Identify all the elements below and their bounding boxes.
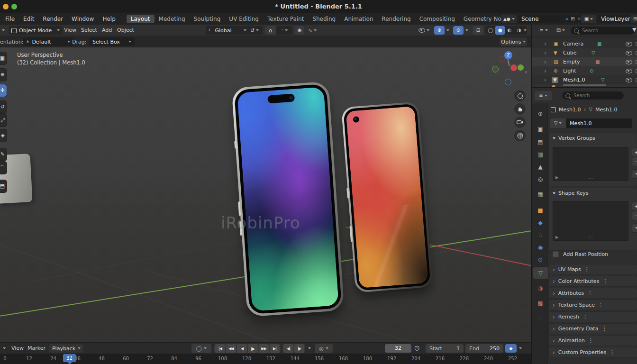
drag-dropdown[interactable]: Select Box: [89, 37, 135, 46]
vertex-group-add-button[interactable]: +: [632, 148, 637, 156]
panel-grip-icon[interactable]: ⋮: [610, 349, 615, 355]
tool-add-cube[interactable]: ⬒: [0, 180, 7, 192]
workspace-tab-animation[interactable]: Animation: [340, 15, 377, 23]
expand-icon[interactable]: ›: [544, 41, 546, 47]
panel-animation[interactable]: ›Animation⋮: [549, 336, 637, 346]
disable-render-icon[interactable]: ▯: [635, 41, 637, 46]
options-dropdown[interactable]: Options: [500, 37, 527, 46]
panel-grip-icon[interactable]: ⋮: [584, 266, 590, 273]
panel-uv-maps[interactable]: ›UV Maps⋮: [549, 264, 637, 274]
list-resize-grip[interactable]: ∷∷: [588, 176, 593, 180]
outliner-row-mesh[interactable]: › ▼ Mesh1.0 ▽ ▯: [532, 75, 637, 84]
add-rest-position-checkbox[interactable]: [553, 251, 559, 257]
object-name[interactable]: Camera: [563, 41, 583, 47]
hide-eye-icon[interactable]: [626, 51, 632, 55]
shape-key-add-button[interactable]: +: [632, 202, 637, 210]
tool-scale[interactable]: ⤢: [0, 114, 7, 127]
new-scene-icon[interactable]: ⊞: [571, 17, 574, 21]
vertex-groups-header[interactable]: Vertex Groups: [549, 133, 637, 143]
timeline-editor-chevron-icon[interactable]: [3, 347, 6, 349]
scene-browse-button[interactable]: ▲●: [501, 15, 517, 23]
current-frame-field[interactable]: 32: [385, 344, 411, 353]
gizmo-dropdown-icon[interactable]: [446, 29, 449, 31]
tool-cursor[interactable]: ⊕: [0, 69, 7, 81]
panel-grip-icon[interactable]: ⋮: [587, 290, 592, 296]
tool-measure[interactable]: ⌒: [0, 162, 7, 174]
proportional-editing-button[interactable]: ◉: [295, 26, 304, 35]
menu-file[interactable]: File: [1, 16, 19, 22]
outliner-row-camera[interactable]: › ▣ Camera ▦ ▯: [532, 39, 637, 48]
keying-dropdown-icon[interactable]: [519, 347, 522, 349]
tab-world[interactable]: ◎: [534, 173, 546, 185]
gizmo-toggle-button[interactable]: ⊕: [434, 26, 445, 35]
properties-search-input[interactable]: [573, 92, 609, 99]
panel-grip-icon[interactable]: ⋮: [582, 314, 588, 320]
vertex-group-remove-button[interactable]: −: [632, 157, 637, 166]
region-collapse-icon[interactable]: ‹: [525, 68, 527, 75]
breadcrumb-object-name[interactable]: Mesh1.0: [559, 107, 581, 113]
menu-window[interactable]: Window: [67, 16, 98, 22]
vertex-group-specials-button[interactable]: [632, 170, 637, 178]
outliner-search-input[interactable]: [581, 27, 621, 34]
jump-to-end-button[interactable]: ▶|: [270, 344, 280, 353]
prev-keyframe-button[interactable]: ◀◀: [226, 344, 236, 353]
phone-object-right[interactable]: [341, 101, 433, 293]
outliner-row-empty[interactable]: › ▨ Empty ▩ ▯: [532, 57, 637, 66]
pivot-point-dropdown[interactable]: ↺: [246, 26, 263, 35]
tab-collection[interactable]: ▦: [534, 189, 546, 200]
outliner-search[interactable]: [571, 27, 635, 35]
autokey-button[interactable]: ◯: [191, 344, 211, 353]
sync-dropdown[interactable]: ◎: [315, 344, 333, 353]
gizmo-axis-x-neg[interactable]: [499, 56, 505, 63]
shape-key-remove-button[interactable]: −: [632, 211, 637, 220]
outliner-row-cube[interactable]: › ▼ Cube ▽ ▯: [532, 48, 637, 57]
menu-help[interactable]: Help: [98, 16, 119, 22]
hide-eye-icon[interactable]: [626, 69, 632, 73]
workspace-tab-sculpting[interactable]: Soulpting: [190, 15, 225, 23]
play-button[interactable]: ▶: [248, 344, 258, 353]
outliner-filter-icon[interactable]: ▼: [632, 27, 636, 32]
panel-color-attributes[interactable]: ›Color Attributes⋮: [549, 276, 637, 286]
next-keyframe-button[interactable]: ▶▶: [259, 344, 269, 353]
properties-editor-type-dropdown[interactable]: ≡: [535, 91, 552, 100]
expand-icon[interactable]: ›: [544, 59, 546, 65]
phone-object-left[interactable]: [231, 81, 344, 317]
panel-texture-space[interactable]: ›Texture Space⋮: [549, 300, 637, 310]
menu-render[interactable]: Render: [38, 16, 67, 22]
play-reverse-button[interactable]: ◀: [237, 344, 247, 353]
tool-rotate[interactable]: ↺: [0, 101, 7, 113]
outliner-row-light[interactable]: › ⊛ Light ⊙ ▯: [532, 66, 637, 75]
proportional-falloff-dropdown[interactable]: ∿: [305, 26, 319, 35]
disable-render-icon[interactable]: ▯: [635, 77, 637, 82]
shading-material-icon[interactable]: ◐: [505, 28, 514, 33]
new-viewlayer-button[interactable]: ⊞: [630, 15, 637, 23]
hide-eye-icon[interactable]: [626, 78, 632, 82]
panel-custom-properties[interactable]: ›Custom Properties⋮: [549, 347, 637, 357]
keying-set-button[interactable]: ◆: [505, 344, 517, 353]
start-frame-field[interactable]: Start 1: [426, 344, 464, 353]
workspace-tab-compositing[interactable]: Compositing: [415, 15, 459, 23]
properties-search[interactable]: [562, 91, 624, 100]
shading-dropdown-icon[interactable]: [524, 29, 527, 31]
transform-orientation-dropdown[interactable]: ∟ Global: [206, 26, 249, 35]
camera-view-button[interactable]: [514, 117, 526, 128]
editor-type-chevron-icon[interactable]: [2, 29, 5, 31]
tab-object[interactable]: ■: [534, 205, 546, 216]
gizmo-axis-z-neg[interactable]: [505, 79, 511, 85]
workspace-tab-modeling[interactable]: Medeting: [155, 15, 190, 23]
expand-icon[interactable]: ›: [544, 50, 546, 56]
object-name[interactable]: Mesh1.0: [563, 77, 585, 83]
tool-transform[interactable]: ◈: [0, 129, 7, 142]
gizmo-axis-z[interactable]: Z: [504, 51, 512, 59]
object-name[interactable]: Empty: [563, 59, 580, 65]
tab-material[interactable]: ◑: [534, 282, 546, 294]
tab-constraints[interactable]: ⊙: [534, 254, 546, 265]
mesh-id-dropdown[interactable]: ▽: [550, 118, 566, 128]
tab-view-layer[interactable]: ▥: [534, 149, 546, 160]
menu-edit[interactable]: Edit: [19, 16, 38, 22]
toggle-perspective-button[interactable]: [514, 130, 526, 141]
viewlayer-browse-button[interactable]: ▣: [581, 15, 596, 23]
tool-annotate[interactable]: ✎: [0, 148, 7, 161]
workspace-tab-shading[interactable]: Sheding: [308, 15, 340, 23]
timeline-menu-marker[interactable]: Marker: [27, 345, 46, 351]
